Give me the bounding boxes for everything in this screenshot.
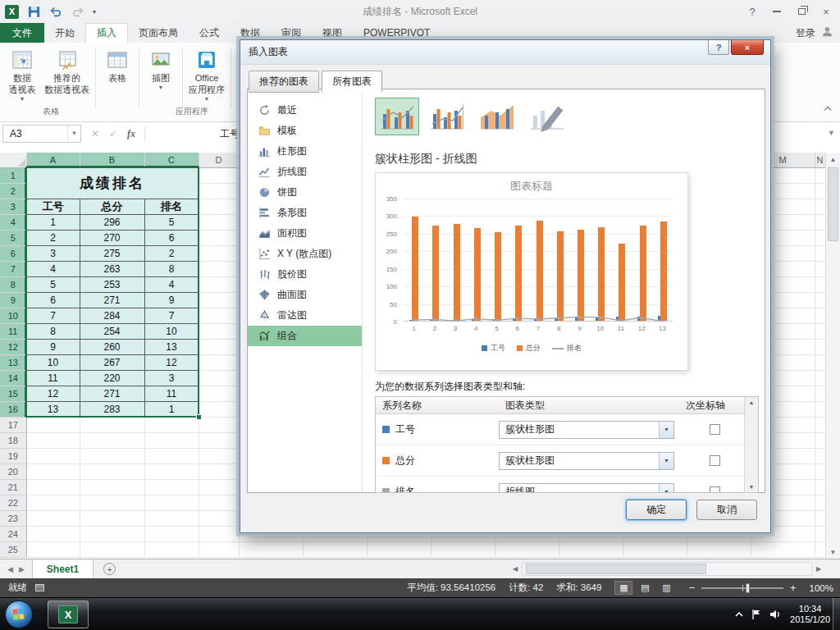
horizontal-scrollbar[interactable]: ◀ ▶: [509, 562, 825, 576]
empty-cell[interactable]: [431, 541, 495, 557]
table-button[interactable]: 表格: [98, 45, 136, 121]
empty-cell[interactable]: [815, 167, 825, 183]
taskbar-excel-button[interactable]: X: [48, 600, 89, 628]
empty-cell[interactable]: [495, 541, 559, 557]
data-cell[interactable]: 12: [144, 354, 199, 370]
zoom-in-icon[interactable]: +: [790, 582, 797, 594]
data-cell[interactable]: 270: [80, 230, 144, 245]
data-cell[interactable]: 5: [144, 214, 199, 230]
data-cell[interactable]: 267: [80, 354, 144, 370]
empty-cell[interactable]: [80, 479, 144, 495]
data-cell[interactable]: 283: [80, 401, 144, 417]
empty-cell[interactable]: [199, 526, 239, 541]
empty-cell[interactable]: [815, 183, 825, 199]
empty-cell[interactable]: [144, 479, 199, 495]
dialog-sidebar-item-柱形图[interactable]: 柱形图: [248, 141, 362, 162]
row-header-9[interactable]: 9: [0, 292, 26, 308]
empty-cell[interactable]: [815, 308, 825, 323]
subtype-stacked-area-clustered-column[interactable]: [475, 98, 519, 135]
zoom-level[interactable]: 100%: [810, 583, 833, 593]
confirm-entry-icon[interactable]: ✓: [105, 125, 121, 143]
empty-cell[interactable]: [815, 292, 825, 308]
empty-cell[interactable]: [815, 386, 825, 401]
row-header-4[interactable]: 4: [0, 214, 26, 230]
chart-type-dropdown[interactable]: 簇状柱形图▼: [499, 421, 674, 439]
empty-cell[interactable]: [80, 463, 144, 479]
zoom-slider[interactable]: [701, 587, 783, 589]
name-box[interactable]: A3 ▼: [2, 125, 81, 143]
chart-type-dropdown[interactable]: 簇状柱形图▼: [499, 452, 674, 470]
sheet-tab-sheet1[interactable]: Sheet1: [32, 559, 94, 578]
scroll-up-icon[interactable]: ▲: [826, 153, 840, 166]
help-button[interactable]: ?: [740, 1, 765, 22]
empty-cell[interactable]: [199, 541, 239, 557]
sheet-nav-left-icon[interactable]: ◀: [7, 565, 13, 573]
dialog-sidebar-item-模板[interactable]: 模板: [248, 121, 362, 141]
empty-cell[interactable]: [199, 230, 239, 245]
cancel-button[interactable]: 取消: [696, 500, 757, 520]
empty-cell[interactable]: [144, 463, 199, 479]
undo-icon[interactable]: [48, 4, 63, 19]
dialog-sidebar-item-折线图[interactable]: 折线图: [248, 162, 362, 182]
pivottable-button[interactable]: 数据 透视表 ▼: [3, 45, 41, 121]
dialog-titlebar[interactable]: 插入图表 ? ×: [240, 40, 770, 65]
data-cell[interactable]: 6: [26, 292, 80, 308]
data-cell[interactable]: 5: [26, 276, 80, 292]
empty-cell[interactable]: [199, 386, 239, 401]
empty-cell[interactable]: [26, 417, 80, 432]
empty-cell[interactable]: [239, 541, 303, 557]
redo-icon[interactable]: [71, 4, 85, 19]
empty-cell[interactable]: [751, 541, 815, 557]
empty-cell[interactable]: [815, 370, 825, 386]
scroll-down-icon[interactable]: ▼: [749, 484, 755, 490]
empty-cell[interactable]: [144, 541, 199, 557]
data-cell[interactable]: 7: [144, 308, 199, 323]
empty-cell[interactable]: [199, 448, 239, 463]
ribbon-tab-file[interactable]: 文件: [0, 23, 44, 43]
row-header-25[interactable]: 25: [0, 541, 26, 557]
ok-button[interactable]: 确定: [626, 500, 687, 520]
empty-cell[interactable]: [815, 401, 825, 417]
empty-cell[interactable]: [367, 541, 431, 557]
close-button[interactable]: ×: [814, 1, 838, 22]
illustrations-button[interactable]: 插图 ▼: [142, 45, 180, 121]
data-cell[interactable]: 4: [26, 261, 80, 276]
data-cell[interactable]: 260: [80, 339, 144, 354]
data-cell[interactable]: 4: [144, 276, 199, 292]
row-header-5[interactable]: 5: [0, 230, 26, 245]
dialog-sidebar-item-X-Y-散点图-[interactable]: X Y (散点图): [248, 244, 362, 264]
row-header-15[interactable]: 15: [0, 386, 26, 401]
zoom-out-icon[interactable]: −: [688, 582, 695, 594]
data-cell[interactable]: 7: [26, 308, 80, 323]
zoom-slider-handle[interactable]: [746, 583, 750, 593]
collapse-ribbon-icon[interactable]: [825, 103, 830, 115]
dialog-sidebar-item-组合[interactable]: 组合: [248, 326, 362, 346]
empty-cell[interactable]: [26, 526, 80, 541]
subtype-custom-combination[interactable]: [525, 98, 569, 135]
row-header-6[interactable]: 6: [0, 245, 26, 261]
data-cell[interactable]: 2: [144, 245, 199, 261]
data-cell[interactable]: 1: [26, 214, 80, 230]
scroll-left-icon[interactable]: ◀: [509, 565, 522, 573]
empty-cell[interactable]: [199, 432, 239, 448]
dialog-sidebar-item-曲面图[interactable]: 曲面图: [248, 285, 362, 305]
row-header-22[interactable]: 22: [0, 495, 26, 510]
empty-cell[interactable]: [815, 339, 825, 354]
subtype-clustered-column-line[interactable]: [375, 98, 419, 135]
subtype-clustered-column-line-secondary-axis[interactable]: [425, 98, 469, 135]
data-cell[interactable]: 1: [144, 401, 199, 417]
empty-cell[interactable]: [815, 417, 825, 432]
row-header-1[interactable]: 1: [0, 167, 26, 183]
data-cell[interactable]: 11: [144, 386, 199, 401]
secondary-axis-checkbox[interactable]: [710, 455, 720, 466]
empty-cell[interactable]: [199, 199, 239, 214]
data-cell[interactable]: 8: [144, 261, 199, 276]
empty-cell[interactable]: [815, 541, 825, 557]
empty-cell[interactable]: [199, 308, 239, 323]
empty-cell[interactable]: [199, 245, 239, 261]
data-cell[interactable]: 2: [26, 230, 80, 245]
formula-input[interactable]: 工号: [220, 125, 240, 143]
fill-handle[interactable]: [196, 414, 202, 420]
empty-cell[interactable]: [26, 510, 80, 526]
data-cell[interactable]: 6: [144, 230, 199, 245]
